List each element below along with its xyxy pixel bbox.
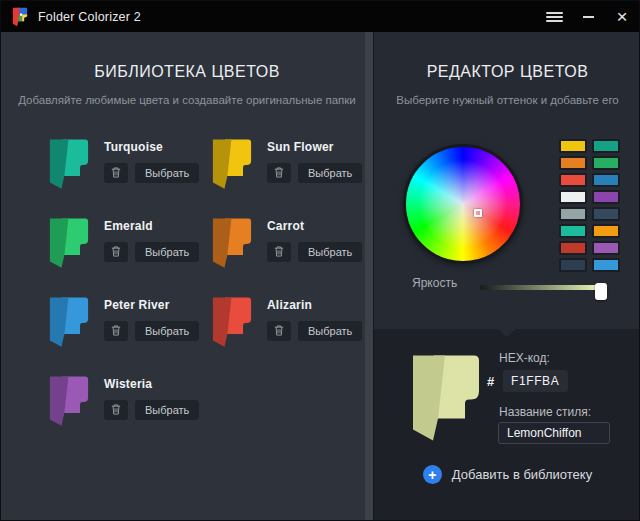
color-swatch[interactable] xyxy=(592,258,620,272)
library-grid: TurquoiseВыбратьSun FlowerВыбратьEmerald… xyxy=(47,137,373,453)
trash-icon xyxy=(111,403,121,418)
color-swatch[interactable] xyxy=(592,207,620,221)
color-swatch[interactable] xyxy=(559,173,587,187)
color-swatch[interactable] xyxy=(559,156,587,170)
library-subtitle: Добавляйте любимые цвета и создавайте ор… xyxy=(1,94,373,106)
folder-icon xyxy=(210,295,254,350)
color-name: Wisteria xyxy=(104,377,199,391)
close-icon: × xyxy=(616,7,627,26)
delete-color-button[interactable] xyxy=(267,242,291,262)
select-color-button[interactable]: Выбрать xyxy=(135,242,199,262)
folder-icon xyxy=(210,137,254,192)
color-name: Emerald xyxy=(104,219,199,233)
select-color-button[interactable]: Выбрать xyxy=(298,163,362,183)
library-item: CarrotВыбрать xyxy=(210,216,373,295)
select-color-button[interactable]: Выбрать xyxy=(135,163,199,183)
style-name-input[interactable] xyxy=(498,422,610,444)
hamburger-icon xyxy=(546,10,563,24)
select-color-button[interactable]: Выбрать xyxy=(298,242,362,262)
titlebar: Folder Colorizer 2 × xyxy=(1,1,639,32)
color-swatch[interactable] xyxy=(559,241,587,255)
color-name: Turquoise xyxy=(104,140,199,154)
delete-color-button[interactable] xyxy=(104,242,128,262)
color-editor-panel: РЕДАКТОР ЦВЕТОВ Выберите нужный оттенок … xyxy=(373,32,640,521)
color-name: Sun Flower xyxy=(267,140,362,154)
color-swatch[interactable] xyxy=(559,190,587,204)
color-name: Alizarin xyxy=(267,298,362,312)
folder-icon xyxy=(47,216,91,271)
trash-icon xyxy=(274,324,284,339)
trash-icon xyxy=(111,245,121,260)
plus-icon: + xyxy=(423,465,442,484)
brightness-slider-track[interactable] xyxy=(480,285,604,290)
color-swatch[interactable] xyxy=(592,173,620,187)
color-swatch[interactable] xyxy=(559,258,587,272)
hex-prefix: # xyxy=(487,374,494,389)
library-title: БИБЛИОТЕКА ЦВЕТОВ xyxy=(1,63,373,81)
folder-icon xyxy=(210,216,254,271)
brightness-label: Яркость xyxy=(412,276,457,290)
hex-label: HEX-код: xyxy=(499,351,550,365)
color-swatch[interactable] xyxy=(592,190,620,204)
app-window: Folder Colorizer 2 × БИБЛИОТЕКА ЦВЕТОВ Д… xyxy=(0,0,640,521)
color-swatch[interactable] xyxy=(559,207,587,221)
minimize-icon xyxy=(583,16,594,18)
window-controls: × xyxy=(537,1,639,32)
library-item: Peter RiverВыбрать xyxy=(47,295,210,374)
folder-icon xyxy=(47,137,91,192)
select-color-button[interactable]: Выбрать xyxy=(298,321,362,341)
color-name: Carrot xyxy=(267,219,362,233)
style-name-label: Название стиля: xyxy=(499,405,591,419)
delete-color-button[interactable] xyxy=(104,400,128,420)
menu-button[interactable] xyxy=(537,1,571,32)
scrollbar[interactable] xyxy=(365,32,373,521)
color-wheel-cursor[interactable] xyxy=(474,209,482,217)
library-item: EmeraldВыбрать xyxy=(47,216,210,295)
delete-color-button[interactable] xyxy=(267,321,291,341)
color-swatch[interactable] xyxy=(559,224,587,238)
trash-icon xyxy=(111,324,121,339)
editor-result-section: HEX-код: # Название стиля: + Добавить в … xyxy=(374,329,640,521)
select-color-button[interactable]: Выбрать xyxy=(135,321,199,341)
window-title: Folder Colorizer 2 xyxy=(38,10,141,24)
trash-icon xyxy=(274,245,284,260)
color-name: Peter River xyxy=(104,298,199,312)
folder-icon xyxy=(47,295,91,350)
color-wheel[interactable] xyxy=(403,144,523,264)
color-swatch[interactable] xyxy=(592,224,620,238)
trash-icon xyxy=(274,166,284,181)
trash-icon xyxy=(111,166,121,181)
close-button[interactable]: × xyxy=(605,1,639,32)
editor-subtitle: Выберите нужный оттенок и добавьте его xyxy=(374,94,640,106)
hex-input[interactable] xyxy=(503,370,568,392)
brightness-slider-thumb[interactable] xyxy=(595,283,607,300)
delete-color-button[interactable] xyxy=(267,163,291,183)
folder-icon xyxy=(47,374,91,429)
color-swatch[interactable] xyxy=(592,139,620,153)
color-swatch[interactable] xyxy=(592,156,620,170)
minimize-button[interactable] xyxy=(571,1,605,32)
add-to-library-button[interactable]: + Добавить в библиотеку xyxy=(374,465,640,484)
library-item: AlizarinВыбрать xyxy=(210,295,373,374)
library-item: Sun FlowerВыбрать xyxy=(210,137,373,216)
select-color-button[interactable]: Выбрать xyxy=(135,400,199,420)
color-swatch[interactable] xyxy=(559,139,587,153)
app-logo-icon xyxy=(11,7,29,27)
color-library-panel: БИБЛИОТЕКА ЦВЕТОВ Добавляйте любимые цве… xyxy=(1,32,373,521)
library-item: WisteriaВыбрать xyxy=(47,374,210,453)
delete-color-button[interactable] xyxy=(104,163,128,183)
delete-color-button[interactable] xyxy=(104,321,128,341)
library-item: TurquoiseВыбрать xyxy=(47,137,210,216)
section-notch xyxy=(498,329,516,337)
editor-title: РЕДАКТОР ЦВЕТОВ xyxy=(374,63,640,81)
color-swatch[interactable] xyxy=(592,241,620,255)
folder-preview-icon xyxy=(408,352,484,445)
swatch-grid xyxy=(559,139,620,272)
add-to-library-label: Добавить в библиотеку xyxy=(452,467,592,482)
